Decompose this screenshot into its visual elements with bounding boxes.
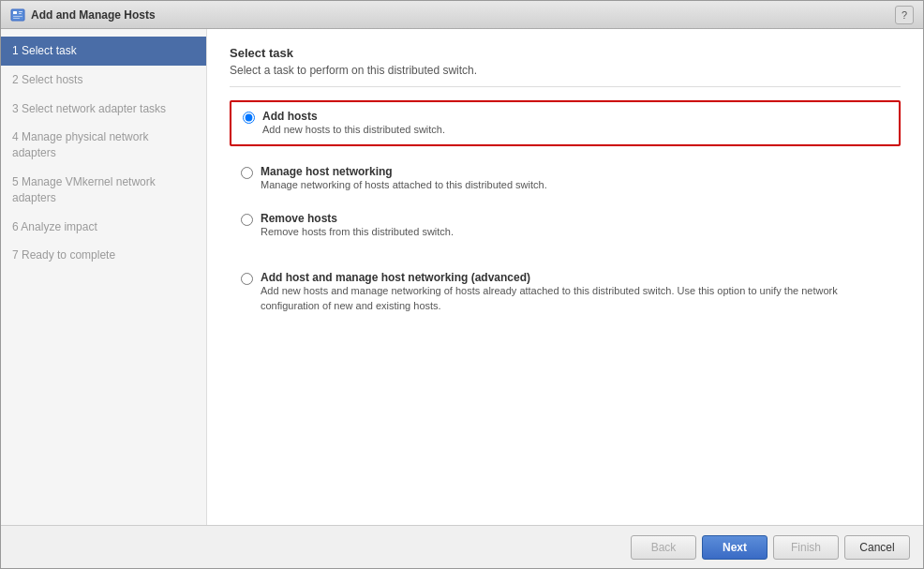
finish-button[interactable]: Finish (773, 535, 839, 560)
option-remove-hosts: Remove hosts Remove hosts from this dist… (230, 204, 901, 247)
main-subtitle: Select a task to perform on this distrib… (230, 64, 901, 87)
back-button[interactable]: Back (631, 535, 696, 560)
sidebar-item-label: Select hosts (22, 73, 82, 86)
option-manage-host-networking-desc: Manage networking of hosts attached to t… (261, 178, 889, 192)
option-add-host-advanced: Add host and manage host networking (adv… (230, 263, 901, 321)
dialog-icon (10, 7, 25, 22)
sidebar-item-3[interactable]: 3 Select network adapter tasks (1, 95, 206, 124)
sidebar-item-label: Select network adapter tasks (22, 102, 166, 115)
option-add-hosts-label[interactable]: Add hosts (262, 110, 318, 123)
option-remove-hosts-content: Remove hosts Remove hosts from this dist… (261, 212, 889, 239)
svg-rect-1 (13, 11, 17, 14)
sidebar-item-5[interactable]: 5 Manage VMkernel network adapters (1, 168, 206, 213)
next-button[interactable]: Next (702, 535, 768, 560)
sidebar-item-number: 5 (12, 175, 22, 188)
option-manage-host-networking-content: Manage host networking Manage networking… (261, 165, 889, 192)
sidebar-item-label: Manage VMkernel network adapters (12, 175, 156, 204)
option-manage-host-networking: Manage host networking Manage networking… (230, 157, 901, 200)
spacer (230, 250, 901, 263)
radio-add-host-advanced[interactable] (241, 273, 253, 285)
sidebar-item-number: 7 (12, 248, 22, 262)
sidebar-item-4[interactable]: 4 Manage physical network adapters (1, 123, 206, 168)
sidebar-item-7[interactable]: 7 Ready to complete (1, 241, 206, 270)
option-add-hosts: Add hosts Add new hosts to this distribu… (230, 100, 901, 146)
option-add-host-advanced-desc: Add new hosts and manage networking of h… (261, 284, 889, 313)
sidebar-item-number: 3 (12, 102, 22, 115)
option-add-host-advanced-label[interactable]: Add host and manage host networking (adv… (261, 271, 530, 284)
svg-rect-2 (19, 11, 22, 12)
sidebar-item-label: Analyze impact (21, 220, 97, 233)
radio-add-hosts[interactable] (243, 112, 255, 124)
option-add-hosts-content: Add hosts Add new hosts to this distribu… (262, 110, 887, 137)
sidebar-item-number: 1 (12, 44, 22, 57)
sidebar-item-label: Manage physical network adapters (12, 130, 148, 159)
svg-rect-4 (13, 16, 22, 17)
sidebar-item-number: 4 (12, 130, 22, 143)
dialog-footer: Back Next Finish Cancel (1, 525, 923, 568)
sidebar-item-6[interactable]: 6 Analyze impact (1, 213, 206, 242)
sidebar-item-number: 2 (12, 73, 22, 86)
sidebar: 1 Select task 2 Select hosts 3 Select ne… (1, 29, 207, 525)
option-remove-hosts-desc: Remove hosts from this distributed switc… (261, 225, 889, 239)
main-title: Select task (230, 46, 901, 60)
main-content: Select task Select a task to perform on … (207, 29, 923, 525)
sidebar-item-1[interactable]: 1 Select task (1, 37, 206, 66)
radio-manage-host-networking[interactable] (241, 167, 253, 179)
dialog-title: Add and Manage Hosts (31, 8, 156, 22)
sidebar-item-label: Select task (22, 44, 77, 57)
option-manage-host-networking-label[interactable]: Manage host networking (261, 165, 393, 178)
option-remove-hosts-label[interactable]: Remove hosts (261, 212, 337, 225)
option-add-hosts-desc: Add new hosts to this distributed switch… (262, 123, 887, 137)
sidebar-item-label: Ready to complete (22, 248, 115, 262)
help-button[interactable]: ? (895, 6, 914, 24)
sidebar-item-number: 6 (12, 220, 21, 233)
dialog-titlebar: Add and Manage Hosts ? (1, 1, 923, 29)
option-add-host-advanced-content: Add host and manage host networking (adv… (261, 271, 889, 313)
dialog-title-left: Add and Manage Hosts (10, 7, 156, 22)
radio-remove-hosts[interactable] (241, 214, 253, 226)
svg-rect-0 (11, 9, 24, 21)
sidebar-item-2[interactable]: 2 Select hosts (1, 66, 206, 95)
svg-rect-3 (19, 13, 22, 14)
cancel-button[interactable]: Cancel (844, 535, 910, 560)
dialog-body: 1 Select task 2 Select hosts 3 Select ne… (1, 29, 923, 525)
dialog-container: Add and Manage Hosts ? 1 Select task 2 S… (0, 0, 924, 569)
svg-rect-5 (13, 18, 20, 19)
